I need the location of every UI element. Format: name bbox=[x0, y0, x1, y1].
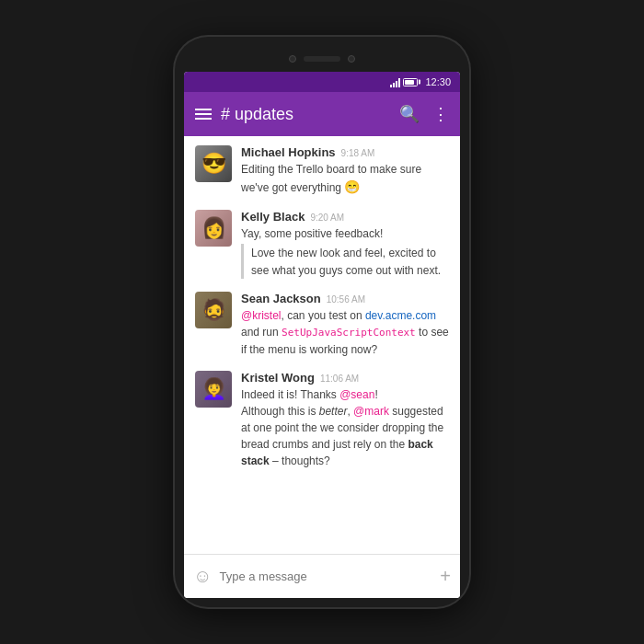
emoji-button[interactable]: ☺ bbox=[193, 566, 212, 587]
message-text: @kristel, can you test on dev.acme.com a… bbox=[241, 307, 449, 358]
add-button[interactable]: + bbox=[440, 566, 451, 587]
sender-name: Kelly Black bbox=[241, 210, 305, 224]
quote-text: Love the new look and feel, excited to s… bbox=[251, 247, 441, 277]
mention: @sean bbox=[339, 388, 374, 401]
message-text: Indeed it is! Thanks @sean! Although thi… bbox=[241, 386, 449, 469]
search-icon[interactable]: 🔍 bbox=[399, 104, 420, 124]
message-header: Kristel Wong 11:06 AM bbox=[241, 371, 449, 385]
phone-screen: 12:30 # updates 🔍 ⋮ 😎 bbox=[184, 72, 460, 598]
add-icon: + bbox=[440, 566, 451, 587]
sender-name: Michael Hopkins bbox=[241, 145, 336, 159]
message-header: Michael Hopkins 9:18 AM bbox=[241, 145, 449, 159]
avatar: 👩‍🦱 bbox=[195, 371, 232, 408]
phone-shell: 12:30 # updates 🔍 ⋮ 😎 bbox=[175, 37, 469, 607]
message-row: 👩‍🦱 Kristel Wong 11:06 AM Indeed it is! … bbox=[195, 371, 449, 469]
channel-title: # updates bbox=[221, 105, 390, 124]
input-bar: ☺ + bbox=[184, 554, 460, 598]
emoji-icon: ☺ bbox=[193, 566, 212, 587]
app-bar-actions: 🔍 ⋮ bbox=[399, 104, 449, 124]
status-time: 12:30 bbox=[425, 76, 451, 87]
message-time: 10:56 AM bbox=[327, 294, 365, 305]
front-camera bbox=[348, 55, 355, 63]
message-text: Yay, some positive feedback! bbox=[241, 225, 449, 242]
menu-icon bbox=[195, 109, 212, 120]
italic-text: better bbox=[319, 405, 348, 418]
speaker bbox=[304, 56, 340, 62]
quote-block: Love the new look and feel, excited to s… bbox=[241, 244, 449, 279]
bold-text: back stack bbox=[241, 438, 433, 467]
avatar: 😎 bbox=[195, 145, 232, 182]
phone-top-bar bbox=[184, 46, 460, 72]
message-header: Sean Jackson 10:56 AM bbox=[241, 292, 449, 305]
message-time: 9:20 AM bbox=[310, 213, 344, 223]
message-header: Kelly Black 9:20 AM bbox=[241, 210, 449, 224]
more-options-icon[interactable]: ⋮ bbox=[432, 104, 449, 124]
signal-icon bbox=[390, 76, 400, 87]
avatar: 🧔 bbox=[195, 292, 232, 328]
message-row: 🧔 Sean Jackson 10:56 AM @kristel, can yo… bbox=[195, 292, 449, 358]
app-bar: # updates 🔍 ⋮ bbox=[184, 92, 460, 136]
sender-name: Sean Jackson bbox=[241, 292, 321, 305]
back-button[interactable] bbox=[195, 109, 212, 120]
message-content: Michael Hopkins 9:18 AM Editing the Trel… bbox=[241, 145, 449, 197]
message-content: Kelly Black 9:20 AM Yay, some positive f… bbox=[241, 210, 449, 279]
avatar: 👩 bbox=[195, 210, 232, 247]
battery-fill bbox=[405, 80, 414, 85]
status-bar: 12:30 bbox=[184, 72, 460, 92]
message-input[interactable] bbox=[219, 569, 432, 583]
sender-name: Kristel Wong bbox=[241, 371, 315, 385]
link[interactable]: dev.acme.com bbox=[365, 309, 436, 322]
code-span: SetUpJavaScriptContext bbox=[282, 327, 416, 339]
message-time: 9:18 AM bbox=[341, 148, 375, 158]
mention: @kristel bbox=[241, 309, 282, 322]
message-time: 11:06 AM bbox=[320, 374, 359, 384]
camera-dot bbox=[289, 55, 296, 63]
message-row: 😎 Michael Hopkins 9:18 AM Editing the Tr… bbox=[195, 145, 449, 197]
message-content: Kristel Wong 11:06 AM Indeed it is! Than… bbox=[241, 371, 449, 469]
battery-icon bbox=[403, 78, 418, 86]
status-icons bbox=[390, 76, 418, 87]
chat-area: 😎 Michael Hopkins 9:18 AM Editing the Tr… bbox=[184, 136, 460, 554]
message-content: Sean Jackson 10:56 AM @kristel, can you … bbox=[241, 292, 449, 358]
message-text: Editing the Trello board to make sure we… bbox=[241, 161, 449, 197]
mention: @mark bbox=[353, 405, 389, 418]
message-row: 👩 Kelly Black 9:20 AM Yay, some positive… bbox=[195, 210, 449, 279]
